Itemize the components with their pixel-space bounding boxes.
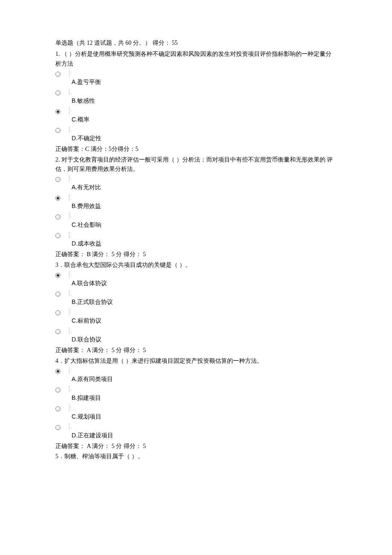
option-body: C.标前协议 xyxy=(66,308,337,325)
option-row[interactable]: B.敏感性 xyxy=(55,88,337,106)
option-label: C.规划项目 xyxy=(66,404,337,421)
option-label: A.联合体协议 xyxy=(66,271,337,288)
option-body: D.成本收益 xyxy=(66,231,337,248)
radio-icon[interactable] xyxy=(55,292,61,297)
radio-cell[interactable] xyxy=(55,271,66,281)
option-row[interactable]: A.有无对比 xyxy=(55,175,337,193)
radio-cell[interactable] xyxy=(55,327,66,337)
option-row[interactable]: A.原有同类项目 xyxy=(55,367,337,384)
quiz-header: 单选题（共 12 道试题，共 60 分。） 得分： 55 xyxy=(55,38,337,48)
option-body: B.拟建项目 xyxy=(66,385,337,402)
radio-icon[interactable] xyxy=(55,273,61,278)
option-label: B.敏感性 xyxy=(66,88,337,105)
radio-icon[interactable] xyxy=(55,369,61,374)
option-label: B.费用效益 xyxy=(66,194,337,211)
radio-cell[interactable] xyxy=(55,231,66,241)
option-row[interactable]: A.盈亏平衡 xyxy=(55,69,337,87)
radio-icon[interactable] xyxy=(55,329,61,334)
radio-cell[interactable] xyxy=(55,404,66,414)
radio-cell[interactable] xyxy=(55,385,66,396)
option-label: D.成本收益 xyxy=(66,231,337,248)
radio-cell[interactable] xyxy=(55,212,66,223)
dotted-separator xyxy=(69,89,69,95)
dotted-separator xyxy=(69,424,69,430)
dotted-separator xyxy=(69,176,69,182)
option-body: B.正式联合协议 xyxy=(66,289,337,306)
option-body: D.正在建设项目 xyxy=(66,423,337,440)
dotted-separator xyxy=(69,108,69,114)
radio-icon[interactable] xyxy=(55,425,61,430)
option-body: A.盈亏平衡 xyxy=(66,69,337,87)
option-label: C.概率 xyxy=(66,107,337,124)
dotted-separator xyxy=(69,290,69,296)
radio-icon[interactable] xyxy=(55,128,61,133)
option-body: C.规划项目 xyxy=(66,404,337,421)
radio-icon[interactable] xyxy=(55,214,61,220)
radio-icon[interactable] xyxy=(55,109,61,114)
radio-cell[interactable] xyxy=(55,107,66,117)
option-label: C.标前协议 xyxy=(66,308,337,325)
radio-cell[interactable] xyxy=(55,289,66,300)
option-row[interactable]: B.正式联合协议 xyxy=(55,289,337,307)
radio-icon[interactable] xyxy=(55,233,61,238)
question-stem: 1. （ ）分析是使用概率研究预测各种不确定因素和风险因素的发生对投资项目评价指… xyxy=(55,49,337,69)
option-label: A.有无对比 xyxy=(66,175,337,192)
option-body: D.联合协议 xyxy=(66,327,337,344)
option-row[interactable]: D.不确定性 xyxy=(55,126,337,144)
radio-cell[interactable] xyxy=(55,126,66,136)
dotted-separator xyxy=(69,213,69,219)
radio-icon[interactable] xyxy=(55,196,61,201)
dotted-separator xyxy=(69,328,69,334)
option-row[interactable]: D.成本收益 xyxy=(55,231,337,249)
option-body: B.敏感性 xyxy=(66,88,337,105)
dotted-separator xyxy=(69,232,69,238)
dotted-separator xyxy=(69,309,69,315)
radio-icon[interactable] xyxy=(55,387,61,393)
option-row[interactable]: B.费用效益 xyxy=(55,194,337,211)
option-body: A.原有同类项目 xyxy=(66,367,337,384)
radio-cell[interactable] xyxy=(55,175,66,185)
option-row[interactable]: B.拟建项目 xyxy=(55,385,337,403)
option-row[interactable]: D.正在建设项目 xyxy=(55,423,337,441)
option-label: B.拟建项目 xyxy=(66,385,337,402)
option-row[interactable]: A.联合体协议 xyxy=(55,271,337,289)
option-body: B.费用效益 xyxy=(66,194,337,211)
radio-cell[interactable] xyxy=(55,308,66,318)
option-body: D.不确定性 xyxy=(66,126,337,143)
radio-icon[interactable] xyxy=(55,72,61,77)
radio-icon[interactable] xyxy=(55,406,61,411)
answer-line: 正确答案： B 满分： 5 分 得分： 5 xyxy=(55,250,337,259)
radio-cell[interactable] xyxy=(55,194,66,204)
radio-cell[interactable] xyxy=(55,69,66,80)
option-label: D.正在建设项目 xyxy=(66,423,337,440)
dotted-separator xyxy=(69,127,69,133)
radio-cell[interactable] xyxy=(55,423,66,433)
option-row[interactable]: D.联合协议 xyxy=(55,327,337,345)
option-label: D.不确定性 xyxy=(66,126,337,143)
option-label: A.盈亏平衡 xyxy=(66,69,337,87)
dotted-separator xyxy=(69,405,69,411)
answer-line: 正确答案： A 满分： 5 分 得分： 5 xyxy=(55,442,337,451)
option-row[interactable]: C.标前协议 xyxy=(55,308,337,326)
radio-icon[interactable] xyxy=(55,90,61,95)
radio-icon[interactable] xyxy=(55,177,61,182)
dotted-separator xyxy=(69,70,69,76)
question-stem: 4．扩大指标估算法是用（ ）来进行拟建项目固定资产投资额估算的一种方法。 xyxy=(55,356,337,366)
option-body: C.概率 xyxy=(66,107,337,124)
option-body: A.有无对比 xyxy=(66,175,337,192)
option-row[interactable]: C.概率 xyxy=(55,107,337,125)
dotted-separator xyxy=(69,194,69,200)
option-label: B.正式联合协议 xyxy=(66,289,337,306)
option-body: C.社会影响 xyxy=(66,212,337,229)
option-row[interactable]: C.规划项目 xyxy=(55,404,337,422)
question-stem: 3．联合承包大型国际公共项目成功的关键是（ ）。 xyxy=(55,260,337,270)
radio-cell[interactable] xyxy=(55,88,66,98)
question-stem: 2. 对于文化教育项目的经济评估一般可采用（ ）分析法；而对项目中有些不宜用货币… xyxy=(55,155,337,174)
option-label: C.社会影响 xyxy=(66,212,337,229)
answer-line: 正确答案：C 满分：5分得分：5 xyxy=(55,145,337,154)
answer-line: 正确答案： A 满分： 5 分 得分： 5 xyxy=(55,346,337,355)
option-row[interactable]: C.社会影响 xyxy=(55,212,337,230)
radio-cell[interactable] xyxy=(55,367,66,377)
radio-icon[interactable] xyxy=(55,310,61,315)
question-5-stem: 5．制糖、榨油等项目属于（ ）。 xyxy=(55,452,337,461)
